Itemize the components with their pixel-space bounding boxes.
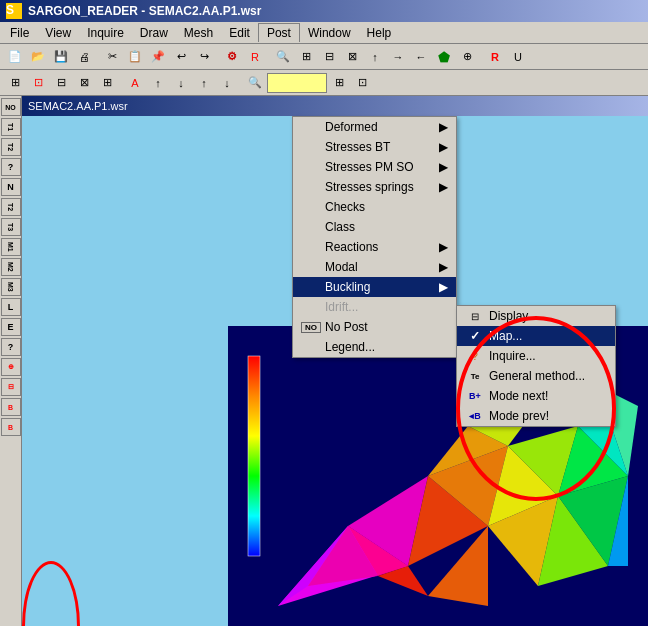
menu-checks[interactable]: Checks (293, 197, 456, 217)
sidebar-m3[interactable]: M3 (1, 278, 21, 296)
submenu-mode-prev[interactable]: ◂B Mode prev! (457, 406, 615, 426)
red-circle-sidebar (22, 561, 80, 626)
toolbar-b9[interactable]: ⬟ (433, 46, 455, 68)
toolbar2-b5[interactable]: ⊞ (96, 72, 118, 94)
menu-nopost-label: No Post (325, 320, 368, 334)
sidebar-t1[interactable]: T1 (1, 118, 21, 136)
toolbar-undo[interactable]: ↩ (170, 46, 192, 68)
menu-idrift: Idrift... (293, 297, 456, 317)
toolbar2-b13[interactable]: ⊡ (351, 72, 373, 94)
menu-deformed[interactable]: Deformed ▶ (293, 117, 456, 137)
submenu-general-method[interactable]: Te General method... (457, 366, 615, 386)
toolbar-open[interactable]: 📂 (27, 46, 49, 68)
sidebar-t2a[interactable]: T2 (1, 138, 21, 156)
toolbar-copy[interactable]: 📋 (124, 46, 146, 68)
menu-buckling-label: Buckling (325, 280, 370, 294)
toolbar-b3[interactable]: ⊞ (295, 46, 317, 68)
menu-buckling[interactable]: Buckling ▶ (293, 277, 456, 297)
toolbar-b7[interactable]: → (387, 46, 409, 68)
toolbar-redo[interactable]: ↪ (193, 46, 215, 68)
sidebar-l[interactable]: L (1, 298, 21, 316)
toolbar-b11[interactable]: R (484, 46, 506, 68)
menu-stresses-springs[interactable]: Stresses springs ▶ (293, 177, 456, 197)
submenu-mode-prev-label: Mode prev! (489, 409, 549, 423)
toolbar2-b11[interactable]: 🔍 (244, 72, 266, 94)
toolbar2-b2[interactable]: ⊡ (27, 72, 49, 94)
sidebar-n[interactable]: N (1, 178, 21, 196)
toolbar2-b12[interactable]: ⊞ (328, 72, 350, 94)
sidebar-t2b[interactable]: T2 (1, 198, 21, 216)
submenu-map-label: Map... (489, 329, 522, 343)
sidebar-e[interactable]: E (1, 318, 21, 336)
left-sidebar: NO T1 T2 ? N T2 T3 M1 M2 M3 L E ? ⊕ ⊟ B … (0, 96, 22, 626)
toolbar-b10[interactable]: ⊕ (456, 46, 478, 68)
submenu-map[interactable]: ✓ Map... (457, 326, 615, 346)
toolbar-print[interactable]: 🖨 (73, 46, 95, 68)
sidebar-m2[interactable]: M2 (1, 258, 21, 276)
menu-post[interactable]: Post (258, 23, 300, 42)
menu-modal[interactable]: Modal ▶ (293, 257, 456, 277)
inquire-icon: ? (465, 351, 485, 362)
menu-stresses-pm-label: Stresses PM SO (325, 160, 414, 174)
sidebar-bplus[interactable]: B (1, 398, 21, 416)
toolbar-b5[interactable]: ⊠ (341, 46, 363, 68)
inner-window-title: SEMAC2.AA.P1.wsr (22, 96, 648, 116)
menu-class[interactable]: Class (293, 217, 456, 237)
menu-nopost[interactable]: NO No Post (293, 317, 456, 337)
toolbar2-b9[interactable]: ↑ (193, 72, 215, 94)
toolbar-cut[interactable]: ✂ (101, 46, 123, 68)
sidebar-q[interactable]: ? (1, 158, 21, 176)
sidebar-t3[interactable]: T3 (1, 218, 21, 236)
menu-stresses-bt[interactable]: Stresses BT ▶ (293, 137, 456, 157)
menu-reactions[interactable]: Reactions ▶ (293, 237, 456, 257)
toolbar2-b7[interactable]: ↑ (147, 72, 169, 94)
menu-mesh[interactable]: Mesh (176, 24, 221, 42)
content-area: SEMAC2.AA.P1.wsr (22, 96, 648, 626)
menu-inquire[interactable]: Inquire (79, 24, 132, 42)
toolbar-b4[interactable]: ⊟ (318, 46, 340, 68)
toolbar-b2[interactable]: R (244, 46, 266, 68)
menu-draw[interactable]: Draw (132, 24, 176, 42)
toolbar2-b3[interactable]: ⊟ (50, 72, 72, 94)
search-box[interactable] (267, 73, 327, 93)
submenu-display[interactable]: ⊟ Display... (457, 306, 615, 326)
menu-legend[interactable]: Legend... (293, 337, 456, 357)
menu-edit[interactable]: Edit (221, 24, 258, 42)
toolbar-new[interactable]: 📄 (4, 46, 26, 68)
toolbar-b1[interactable]: ⚙ (221, 46, 243, 68)
submenu-mode-next[interactable]: B+ Mode next! (457, 386, 615, 406)
modal-arrow: ▶ (429, 260, 448, 274)
toolbar-paste[interactable]: 📌 (147, 46, 169, 68)
toolbar-b8[interactable]: ← (410, 46, 432, 68)
sidebar-bminus[interactable]: B (1, 418, 21, 436)
mode-next-icon: B+ (465, 391, 485, 401)
toolbar-save[interactable]: 💾 (50, 46, 72, 68)
menu-view[interactable]: View (37, 24, 79, 42)
sidebar-b2[interactable]: ⊟ (1, 378, 21, 396)
toolbar2-b4[interactable]: ⊠ (73, 72, 95, 94)
menu-idrift-label: Idrift... (325, 300, 358, 314)
reactions-arrow: ▶ (429, 240, 448, 254)
menu-file[interactable]: File (2, 24, 37, 42)
toolbar-zoom[interactable]: 🔍 (272, 46, 294, 68)
menu-modal-label: Modal (325, 260, 358, 274)
sidebar-m1[interactable]: M1 (1, 238, 21, 256)
general-method-icon: Te (465, 372, 485, 381)
menu-reactions-label: Reactions (325, 240, 378, 254)
menu-stresses-pm[interactable]: Stresses PM SO ▶ (293, 157, 456, 177)
toolbar2-b1[interactable]: ⊞ (4, 72, 26, 94)
mode-prev-icon: ◂B (465, 411, 485, 421)
toolbar-b12[interactable]: U (507, 46, 529, 68)
toolbar-b6[interactable]: ↑ (364, 46, 386, 68)
submenu-inquire[interactable]: ? Inquire... (457, 346, 615, 366)
toolbar2-b6[interactable]: A (124, 72, 146, 94)
toolbar2-b8[interactable]: ↓ (170, 72, 192, 94)
sidebar-no[interactable]: NO (1, 98, 21, 116)
inner-window-name: SEMAC2.AA.P1.wsr (28, 100, 128, 112)
sidebar-q2[interactable]: ? (1, 338, 21, 356)
menu-help[interactable]: Help (359, 24, 400, 42)
menu-legend-label: Legend... (325, 340, 375, 354)
sidebar-b1[interactable]: ⊕ (1, 358, 21, 376)
menu-window[interactable]: Window (300, 24, 359, 42)
toolbar2-b10[interactable]: ↓ (216, 72, 238, 94)
